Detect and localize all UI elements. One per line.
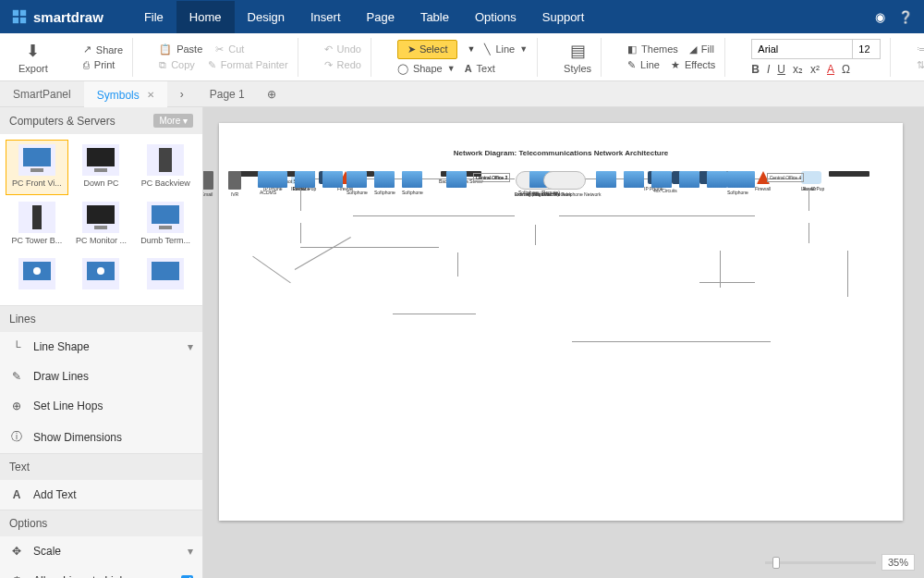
- allow-lines-link-item[interactable]: ⚙Allow Lines to Link: [0, 566, 202, 578]
- bullet-button[interactable]: ≔Bullet: [917, 43, 924, 55]
- star-icon: ★: [671, 59, 680, 71]
- svg-rect-6: [87, 148, 115, 166]
- add-page-button[interactable]: ⊕: [258, 82, 286, 106]
- symbol-item[interactable]: [134, 253, 197, 300]
- undo-button[interactable]: ↶Undo: [324, 43, 361, 55]
- symbol-down-pc[interactable]: Down PC: [70, 140, 133, 195]
- scale-item[interactable]: ✥Scale▾: [0, 536, 202, 566]
- symbol-pc-front[interactable]: PC Front Vi...: [6, 140, 68, 195]
- svg-rect-11: [94, 226, 107, 229]
- monitor-icon: [148, 260, 183, 288]
- redo-button[interactable]: ↷Redo: [324, 59, 361, 71]
- text-tool-button[interactable]: AText: [465, 63, 495, 74]
- server-icon: [228, 171, 241, 190]
- draw-lines-item[interactable]: ✎Draw Lines: [0, 362, 202, 391]
- line-style-button[interactable]: ✎Line: [627, 59, 660, 71]
- monitor-icon: [83, 203, 118, 231]
- themes-button[interactable]: ◧Themes: [627, 43, 678, 55]
- pc-icon: [295, 171, 315, 188]
- effects-button[interactable]: ★Effects: [671, 59, 715, 71]
- tab-symbols[interactable]: Symbols✕: [84, 81, 167, 107]
- menu-page[interactable]: Page: [354, 1, 407, 33]
- pc-icon: [707, 171, 727, 188]
- share-button[interactable]: ↗Share: [83, 43, 123, 55]
- symbol-dumb-terminal[interactable]: Dumb Term...: [134, 197, 197, 252]
- symbol-pc-backview[interactable]: PC Backview: [134, 140, 197, 195]
- node-label: Softphone: [727, 190, 748, 195]
- export-button[interactable]: ⬇Export: [18, 41, 48, 74]
- cut-button[interactable]: ✂Cut: [215, 43, 244, 55]
- styles-button[interactable]: ▤Styles: [564, 41, 591, 74]
- monitor-icon: [19, 260, 55, 288]
- draw-line-icon: ✎: [9, 370, 24, 383]
- font-family-input[interactable]: [751, 39, 853, 59]
- menu-home[interactable]: Home: [176, 1, 235, 33]
- copy-button[interactable]: ⧉Copy: [159, 59, 195, 71]
- server-icon: [203, 171, 213, 190]
- omega-button[interactable]: Ω: [842, 63, 850, 76]
- svg-rect-2: [13, 18, 18, 23]
- tab-symbols-label: Symbols: [97, 89, 140, 102]
- allow-link-checkbox[interactable]: [181, 575, 193, 579]
- italic-button[interactable]: I: [767, 63, 770, 76]
- subscript-button[interactable]: x₂: [793, 63, 803, 76]
- line-shape-icon: └: [9, 340, 24, 353]
- print-icon: ⎙: [83, 59, 90, 70]
- format-painter-button[interactable]: ✎Format Painter: [208, 59, 288, 71]
- menu-support[interactable]: Support: [529, 1, 598, 33]
- tab-page-1[interactable]: Page 1: [197, 82, 258, 106]
- close-icon[interactable]: ✕: [147, 90, 154, 100]
- shape-tool-button[interactable]: ◯Shape ▼: [397, 63, 456, 75]
- superscript-button[interactable]: x²: [810, 63, 820, 76]
- symbol-pc-tower[interactable]: PC Tower B...: [6, 197, 68, 252]
- spacing-button[interactable]: ⇅Spacing: [917, 59, 924, 71]
- menu-insert[interactable]: Insert: [298, 1, 354, 33]
- symbol-pc-monitor[interactable]: PC Monitor ...: [70, 197, 133, 252]
- underline-button[interactable]: U: [777, 63, 785, 76]
- font-color-button[interactable]: A: [827, 63, 834, 76]
- node-label: ACDMS: [260, 190, 276, 195]
- pen-icon: ✎: [627, 59, 636, 71]
- themes-icon: ◧: [627, 43, 637, 55]
- print-button[interactable]: ⎙Print: [83, 59, 123, 70]
- show-dimensions-item[interactable]: ⓘShow Dimensions: [0, 421, 202, 453]
- menu-options[interactable]: Options: [462, 1, 529, 33]
- menu-file[interactable]: File: [131, 1, 176, 33]
- line-tool-button[interactable]: ╲Line ▼: [484, 43, 528, 55]
- text-label: Text: [477, 63, 495, 74]
- select-button[interactable]: ➤Select: [397, 40, 458, 59]
- zoom-value[interactable]: 35%: [881, 554, 915, 571]
- svg-rect-0: [13, 10, 18, 16]
- globe-icon[interactable]: ◉: [875, 10, 885, 24]
- share-label: Share: [96, 44, 123, 55]
- set-line-hops-item[interactable]: ⊕Set Line Hops: [0, 391, 202, 421]
- add-text-item[interactable]: AAdd Text: [0, 480, 202, 510]
- line-icon: ╲: [484, 43, 491, 55]
- styles-icon: ▤: [570, 41, 586, 61]
- diagram-page[interactable]: Network Diagram: Telecommunications Netw…: [219, 123, 903, 521]
- fill-button[interactable]: ◢Fill: [689, 43, 714, 55]
- font-size-input[interactable]: [853, 39, 881, 59]
- pc-icon: [402, 171, 422, 188]
- node-label: Softphone: [402, 190, 423, 195]
- more-button[interactable]: More ▾: [153, 114, 193, 128]
- symbol-item[interactable]: [70, 253, 133, 300]
- bold-button[interactable]: B: [751, 63, 760, 76]
- symbol-item[interactable]: [6, 253, 68, 300]
- redo-icon: ↷: [324, 59, 333, 71]
- help-icon[interactable]: ❔: [898, 10, 913, 24]
- zoom-thumb[interactable]: [772, 557, 780, 569]
- symbols-grid: PC Front Vi... Down PC PC Backview PC To…: [0, 134, 202, 305]
- canvas[interactable]: Network Diagram: Telecommunications Netw…: [203, 107, 924, 578]
- chevron-down-icon[interactable]: ▼: [467, 44, 475, 54]
- tab-nav-next[interactable]: ›: [167, 82, 197, 106]
- allow-link-label: Allow Lines to Link: [33, 574, 125, 578]
- paste-button[interactable]: 📋Paste: [159, 43, 202, 55]
- tab-smartpanel[interactable]: SmartPanel: [0, 82, 84, 106]
- line-shape-item[interactable]: └Line Shape▾: [0, 332, 202, 362]
- node-label: Email: [203, 191, 213, 197]
- svg-rect-3: [20, 18, 26, 23]
- zoom-slider[interactable]: [765, 561, 876, 564]
- menu-design[interactable]: Design: [235, 1, 298, 33]
- menu-table[interactable]: Table: [407, 1, 462, 33]
